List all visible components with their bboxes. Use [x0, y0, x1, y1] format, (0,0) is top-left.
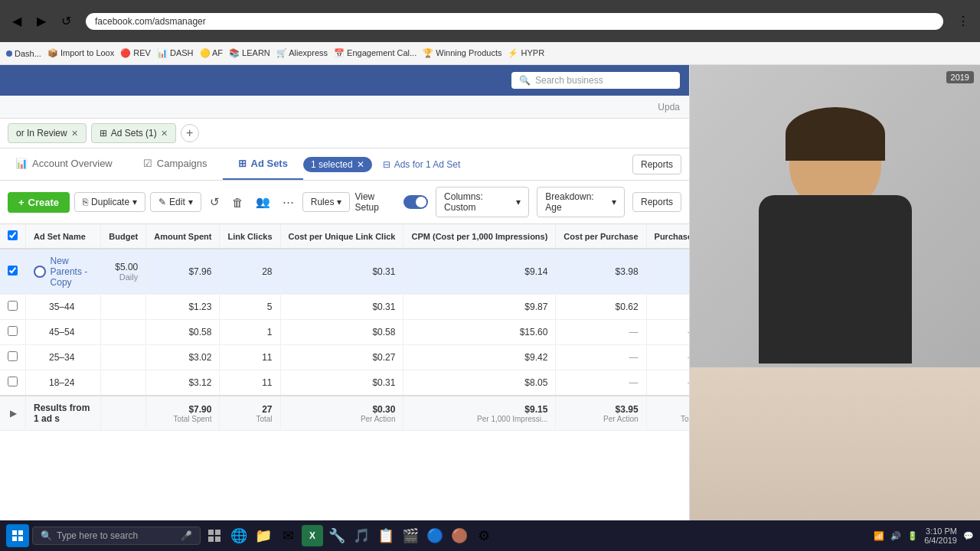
row-budget-4: [101, 370, 146, 396]
summary-purchases: 2 Total: [646, 396, 689, 431]
row-checkbox-3[interactable]: [0, 345, 26, 370]
bookmark-winning[interactable]: 🏆 Winning Products: [423, 48, 501, 58]
table-row[interactable]: 18–24 $3.12 11 $0.31 $8.05 — — —: [0, 370, 689, 396]
table-row[interactable]: 35–44 $1.23 5 $0.31 $9.87 $0.62 2 32.34: [0, 295, 689, 320]
row-amount-spent-2: $0.58: [146, 320, 220, 345]
taskbar-app6[interactable]: 🟤: [449, 525, 470, 546]
select-all-checkbox[interactable]: [8, 230, 18, 240]
row-checkbox-0[interactable]: [0, 249, 26, 295]
row-name-4: 18–24: [26, 370, 101, 396]
ads-table: Ad Set Name Budget Amount Spent Link Cli…: [0, 224, 689, 431]
bookmark-engagement[interactable]: 📅 Engagement Cal...: [334, 48, 416, 58]
summary-expand[interactable]: ▶: [0, 396, 26, 431]
create-button[interactable]: + Create: [8, 192, 70, 213]
bookmark-af[interactable]: 🟡 AF: [200, 48, 224, 58]
rules-button[interactable]: Rules ▾: [302, 192, 351, 212]
row-purchases-0: 2: [646, 249, 689, 295]
duplicate-button[interactable]: ⎘ Duplicate ▾: [74, 192, 145, 212]
browser-forward[interactable]: ▶: [31, 11, 52, 32]
add-filter-button[interactable]: +: [181, 124, 199, 142]
nav-ad-sets[interactable]: ⊞ Ad Sets: [223, 148, 303, 180]
address-bar[interactable]: facebook.com/adsmanager: [86, 13, 943, 30]
delete-button[interactable]: 🗑: [228, 192, 247, 213]
filter-close-0[interactable]: ✕: [71, 129, 78, 139]
taskbar-clock: 3:10 PM 6/4/2019: [924, 527, 957, 545]
bookmark-rev[interactable]: 🔴 REV: [120, 48, 151, 58]
svg-rect-4: [208, 530, 214, 535]
row-name-2: 45–54: [26, 320, 101, 345]
more-button[interactable]: ⋯: [279, 191, 298, 213]
taskbar-app3[interactable]: 📋: [375, 525, 397, 546]
assign-button[interactable]: 👥: [252, 191, 274, 213]
row-purchases-4: —: [646, 370, 689, 396]
selected-badge[interactable]: 1 selected ✕: [303, 157, 372, 172]
taskbar-mail[interactable]: ✉: [277, 525, 299, 546]
summary-cost-unique: $0.30 Per Action: [280, 396, 403, 431]
nav-campaigns[interactable]: ☑ Campaigns: [128, 148, 223, 180]
row-purchases-2: —: [646, 320, 689, 345]
select-all-header[interactable]: [0, 224, 26, 249]
filter-tag-in-review[interactable]: or In Review ✕: [8, 123, 87, 143]
row-link-clicks-4: 11: [220, 370, 280, 396]
row-cpm-3: $9.42: [403, 345, 556, 370]
nav-ads-for-ad-set[interactable]: ⊟ Ads for 1 Ad Set: [372, 153, 472, 176]
bookmark-aliexpress[interactable]: 🛒 Aliexpress: [276, 48, 328, 58]
notification-icon[interactable]: 💬: [963, 531, 974, 541]
taskbar-search-box[interactable]: 🔍 Type here to search 🎤: [32, 527, 201, 545]
view-setup-toggle[interactable]: [403, 195, 428, 209]
row-checkbox-2[interactable]: [0, 320, 26, 345]
row-toggle-0[interactable]: [34, 266, 46, 278]
nav-account-overview[interactable]: 📊 Account Overview: [0, 148, 128, 180]
toolbar: + Create ⎘ Duplicate ▾ ✎ Edit ▾ ↺ 🗑 👥 ⋯ …: [0, 181, 689, 224]
start-button[interactable]: [6, 524, 29, 547]
reports-button[interactable]: Reports: [632, 155, 681, 174]
bookmark-learn[interactable]: 📚 LEARN: [229, 48, 270, 58]
row-link-clicks-2: 1: [220, 320, 280, 345]
taskbar-app5[interactable]: 🔵: [424, 525, 446, 546]
edit-button[interactable]: ✎ Edit ▾: [150, 192, 201, 212]
taskbar-volume-icon: 🔊: [890, 531, 901, 541]
breakdown-dropdown[interactable]: Breakdown: Age ▾: [537, 187, 625, 217]
bookmark-hypr[interactable]: ⚡ HYPR: [508, 48, 544, 58]
taskbar-task-view[interactable]: [204, 525, 225, 546]
summary-cost-purchase: $3.95 Per Action: [556, 396, 646, 431]
search-icon: 🔍: [519, 75, 531, 86]
svg-rect-0: [12, 530, 17, 535]
browser-refresh[interactable]: ↺: [55, 11, 77, 32]
toolbar-reports-button[interactable]: Reports: [632, 192, 681, 212]
row-checkbox-4[interactable]: [0, 370, 26, 396]
taskbar-explorer[interactable]: 📁: [253, 525, 274, 546]
taskbar-app1[interactable]: 🔧: [326, 525, 348, 546]
table-row[interactable]: New Parents - Copy $5.00 Daily $7.96 28 …: [0, 249, 689, 295]
nav-right: Reports: [632, 155, 689, 174]
row-cost-purchase-1: $0.62: [556, 295, 646, 320]
filter-tag-ad-sets[interactable]: ⊞ Ad Sets (1) ✕: [91, 123, 176, 143]
taskbar-app2[interactable]: 🎵: [351, 525, 372, 546]
browser-menu[interactable]: ⋮: [952, 11, 974, 32]
bookmark-loox[interactable]: 📦 Import to Loox: [47, 48, 114, 58]
table-row[interactable]: 45–54 $0.58 1 $0.58 $15.60 — — —: [0, 320, 689, 345]
svg-rect-3: [18, 536, 23, 541]
bookmark-dash2[interactable]: 📊 DASH: [157, 48, 194, 58]
taskbar-app4[interactable]: 🎬: [400, 525, 421, 546]
svg-rect-7: [215, 536, 220, 542]
taskbar-excel[interactable]: X: [302, 525, 323, 546]
taskbar-chrome[interactable]: 🌐: [228, 525, 250, 546]
row-name-0: New Parents - Copy: [26, 249, 101, 295]
table-row[interactable]: 25–34 $3.02 11 $0.27 $9.42 — — —: [0, 345, 689, 370]
row-budget-2: [101, 320, 146, 345]
columns-dropdown[interactable]: Columns: Custom ▾: [436, 187, 529, 217]
filter-close-1[interactable]: ✕: [161, 129, 168, 139]
person-overlay: 2019: [689, 65, 980, 520]
col-ad-set-name: Ad Set Name: [26, 224, 101, 249]
row-cpm-1: $9.87: [403, 295, 556, 320]
taskbar-app7[interactable]: ⚙: [473, 525, 495, 546]
badge-close-icon[interactable]: ✕: [357, 159, 364, 170]
browser-back[interactable]: ◀: [6, 11, 28, 32]
row-purchases-1: 2: [646, 295, 689, 320]
refresh-button[interactable]: ↺: [206, 191, 224, 213]
fb-search-box[interactable]: 🔍 Search business: [511, 72, 680, 89]
microphone-icon: 🎤: [181, 530, 192, 541]
row-checkbox-1[interactable]: [0, 295, 26, 320]
bookmark-dash[interactable]: Dash...: [6, 49, 41, 58]
